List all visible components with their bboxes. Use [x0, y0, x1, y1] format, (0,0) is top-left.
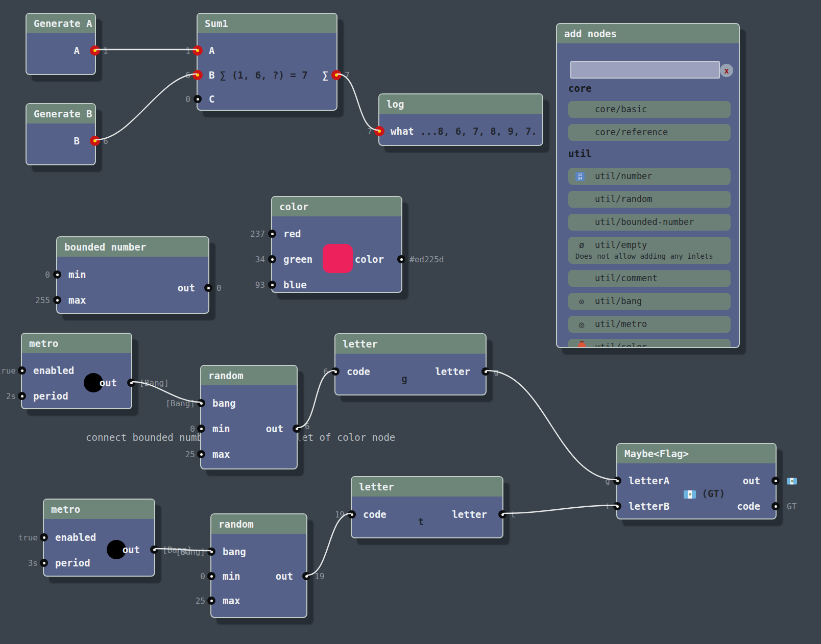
- node-title[interactable]: bounded number: [57, 237, 208, 257]
- inlet-label: what: [391, 126, 414, 137]
- inlet-value: 7: [367, 127, 372, 136]
- outlet-port-out[interactable]: [204, 284, 212, 292]
- inlet-label: min: [212, 423, 230, 434]
- node-sum1[interactable]: Sum1 1 A 6 B ∑ (1, 6, ?) = 7 ∑ 7 0 C: [197, 13, 337, 111]
- inlet-port-code[interactable]: [348, 510, 356, 518]
- inlet-value: 2s: [6, 391, 16, 401]
- inlet-port-period[interactable]: [18, 392, 26, 400]
- inlet-port-enabled[interactable]: [18, 366, 26, 375]
- node-generate-a[interactable]: Generate A A 1: [26, 13, 96, 75]
- node-metro-1[interactable]: metro true enabled 2s period out [Bang]: [21, 333, 132, 409]
- panel-item-util-metro[interactable]: ◎ util/metro: [568, 316, 731, 333]
- outlet-port-out[interactable]: [127, 379, 135, 387]
- add-nodes-panel[interactable]: add nodes x core core/basic core/referen…: [556, 23, 740, 348]
- node-canvas[interactable]: connect bounded number out to any inlet …: [0, 0, 821, 644]
- node-title[interactable]: metro: [22, 334, 131, 353]
- wire-letter2-to-maybe[interactable]: [503, 505, 616, 513]
- wire-letter1-to-maybe[interactable]: [487, 370, 616, 480]
- outlet-port-sum[interactable]: [331, 70, 342, 80]
- panel-item-util-bounded-number[interactable]: util/bounded-number: [568, 214, 731, 231]
- panel-item-label: util/number: [595, 171, 653, 181]
- panel-item-util-empty[interactable]: ø util/empty Does not allow adding any i…: [568, 237, 731, 264]
- inlet-port-letter-a[interactable]: [613, 477, 621, 485]
- node-title[interactable]: random: [201, 366, 297, 385]
- node-title[interactable]: Generate A: [27, 14, 95, 33]
- inlet-value: 255: [35, 295, 50, 305]
- panel-item-core-basic[interactable]: core/basic: [568, 101, 731, 118]
- inlet-port-a[interactable]: [192, 45, 203, 56]
- inlet-port-min[interactable]: [197, 425, 205, 433]
- panel-item-core-reference[interactable]: core/reference: [568, 124, 731, 141]
- node-bounded-number[interactable]: bounded number 0 min 255 max out 0: [56, 236, 209, 314]
- node-metro-2[interactable]: metro true enabled 3s period out [Bang]: [43, 499, 155, 577]
- wire-random2-to-letter2[interactable]: [307, 513, 351, 575]
- outlet-port-b[interactable]: [90, 136, 100, 146]
- outlet-port-out[interactable]: [771, 477, 780, 485]
- clear-search-button[interactable]: x: [720, 64, 733, 77]
- node-generate-b[interactable]: Generate B B 6: [26, 103, 96, 165]
- section-label-util: util: [568, 148, 592, 159]
- outlet-label: out: [123, 544, 140, 555]
- inlet-value: true: [0, 366, 16, 376]
- inlet-value: 0: [190, 424, 195, 434]
- node-log[interactable]: log 7 what ...8, 6, 7, 8, 9, 7.: [378, 93, 543, 146]
- outlet-port-out[interactable]: [302, 572, 310, 580]
- node-maybe-flag[interactable]: Maybe<Flag> g letterA t letterB (GT) out…: [616, 443, 777, 519]
- outlet-port-letter[interactable]: [481, 367, 490, 376]
- node-title[interactable]: metro: [44, 500, 154, 519]
- inlet-label: enabled: [55, 532, 96, 543]
- node-letter-1[interactable]: letter 6 code g letter g: [334, 333, 487, 395]
- panel-item-util-number[interactable]: 12 34 util/number: [568, 168, 731, 185]
- bang-icon: ⊙: [576, 296, 587, 307]
- wire-random1-to-letter1[interactable]: [298, 370, 334, 428]
- panel-title[interactable]: add nodes: [557, 24, 739, 43]
- node-title[interactable]: random: [211, 514, 306, 534]
- inlet-port-what[interactable]: [374, 126, 384, 136]
- inlet-port-c[interactable]: [194, 95, 202, 103]
- node-search-input[interactable]: [570, 61, 720, 79]
- node-color[interactable]: color 237 red 34 green 93 blue color #ed…: [271, 196, 402, 293]
- inlet-port-min[interactable]: [207, 572, 215, 580]
- inlet-value: [Bang]: [165, 399, 195, 408]
- inlet-port-red[interactable]: [268, 230, 276, 238]
- inlet-port-enabled[interactable]: [40, 533, 48, 541]
- node-title[interactable]: Sum1: [198, 14, 336, 33]
- inlet-port-b[interactable]: [192, 70, 203, 80]
- inlet-port-green[interactable]: [268, 255, 276, 263]
- panel-item-util-bang[interactable]: ⊙ util/bang: [568, 293, 731, 310]
- inlet-port-bang[interactable]: [207, 548, 215, 556]
- outlet-port-letter[interactable]: [498, 510, 506, 518]
- outlet-label: out: [266, 423, 283, 434]
- node-title[interactable]: color: [272, 197, 401, 216]
- node-random-2[interactable]: random [Bang] bang 0 min 25 max out 19: [210, 513, 307, 618]
- outlet-port-color[interactable]: [397, 255, 405, 263]
- wire-sum1-to-log[interactable]: [337, 74, 378, 130]
- outlet-value: 0: [216, 283, 222, 293]
- node-random-1[interactable]: random [Bang] bang 0 min 25 max out 6: [200, 365, 298, 469]
- inlet-port-period[interactable]: [40, 559, 48, 567]
- panel-item-util-comment[interactable]: util/comment: [568, 270, 731, 287]
- inlet-port-max[interactable]: [207, 597, 215, 605]
- node-title[interactable]: Generate B: [27, 104, 95, 123]
- node-title[interactable]: Maybe<Flag>: [617, 444, 776, 463]
- inlet-port-letter-b[interactable]: [613, 502, 621, 510]
- panel-item-util-random[interactable]: util/random: [568, 191, 731, 208]
- inlet-port-blue[interactable]: [268, 281, 276, 289]
- inlet-port-bang[interactable]: [197, 399, 205, 407]
- inlet-port-max[interactable]: [53, 296, 61, 304]
- outlet-label: out: [743, 475, 760, 486]
- outlet-value: [Bang]: [139, 378, 169, 388]
- inlet-port-max[interactable]: [197, 450, 205, 458]
- panel-item-util-color[interactable]: util/color: [568, 339, 731, 348]
- outlet-port-out[interactable]: [293, 425, 301, 433]
- node-title[interactable]: log: [379, 94, 542, 114]
- node-title[interactable]: letter: [352, 477, 502, 497]
- wire-generate-b-to-sum1[interactable]: [96, 74, 197, 140]
- outlet-port-out[interactable]: [150, 546, 158, 554]
- inlet-port-min[interactable]: [53, 270, 61, 279]
- node-letter-2[interactable]: letter 19 code t letter t: [351, 476, 503, 538]
- outlet-port-a[interactable]: [90, 45, 100, 56]
- inlet-port-code[interactable]: [331, 367, 340, 376]
- outlet-port-code[interactable]: [771, 502, 780, 510]
- node-title[interactable]: letter: [335, 334, 486, 354]
